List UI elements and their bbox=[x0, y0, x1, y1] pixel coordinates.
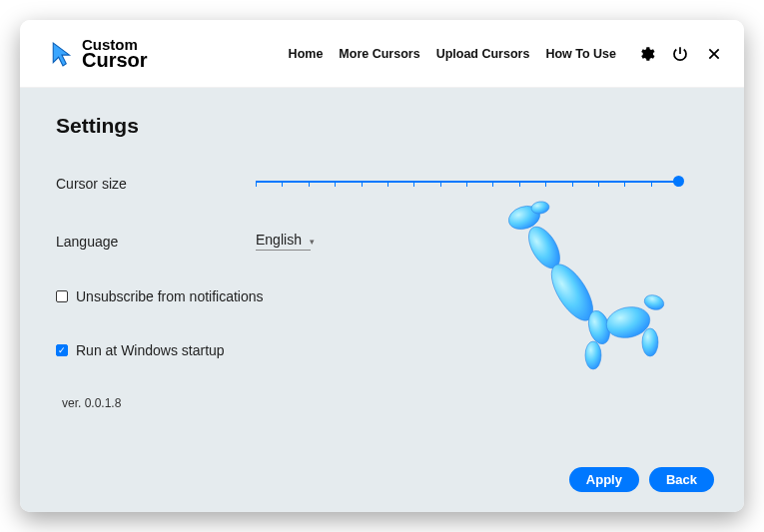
version-text: ver. 0.0.1.8 bbox=[62, 396, 708, 410]
nav-icons bbox=[636, 44, 724, 64]
logo[interactable]: Custom Cursor bbox=[50, 37, 148, 70]
power-icon[interactable] bbox=[670, 44, 690, 64]
nav-home[interactable]: Home bbox=[289, 47, 324, 61]
language-select[interactable]: English ▾ bbox=[256, 232, 311, 251]
language-value: English bbox=[256, 232, 302, 248]
language-row: Language English ▾ bbox=[56, 232, 708, 251]
nav-more-cursors[interactable]: More Cursors bbox=[339, 47, 419, 61]
page-title: Settings bbox=[56, 114, 708, 138]
cursor-size-slider[interactable] bbox=[256, 174, 708, 194]
header: Custom Cursor Home More Cursors Upload C… bbox=[20, 20, 744, 88]
nav-upload-cursors[interactable]: Upload Cursors bbox=[436, 47, 530, 61]
cursor-size-row: Cursor size bbox=[56, 174, 708, 194]
slider-handle[interactable] bbox=[673, 176, 684, 187]
cursor-arrow-icon bbox=[50, 41, 76, 67]
settings-icon[interactable] bbox=[636, 44, 656, 64]
logo-line-2: Cursor bbox=[82, 50, 148, 70]
svg-point-4 bbox=[585, 308, 613, 346]
logo-text: Custom Cursor bbox=[82, 37, 148, 70]
startup-label: Run at Windows startup bbox=[76, 342, 225, 358]
apply-button[interactable]: Apply bbox=[569, 467, 639, 492]
startup-checkbox[interactable]: ✓ bbox=[56, 344, 68, 356]
body: Settings Cursor size Language English ▾ … bbox=[20, 88, 744, 512]
unsubscribe-row: Unsubscribe from notifications bbox=[56, 288, 708, 304]
cursor-size-label: Cursor size bbox=[56, 176, 256, 192]
chevron-down-icon: ▾ bbox=[310, 237, 315, 247]
slider-ticks bbox=[256, 178, 678, 187]
unsubscribe-label: Unsubscribe from notifications bbox=[76, 288, 264, 304]
unsubscribe-checkbox[interactable] bbox=[56, 290, 68, 302]
close-icon[interactable] bbox=[704, 44, 724, 64]
svg-point-6 bbox=[603, 303, 652, 341]
startup-row: ✓ Run at Windows startup bbox=[56, 342, 708, 358]
nav-how-to-use[interactable]: How To Use bbox=[545, 47, 616, 61]
svg-point-0 bbox=[505, 203, 542, 234]
back-button[interactable]: Back bbox=[649, 467, 714, 492]
app-window: Custom Cursor Home More Cursors Upload C… bbox=[20, 20, 744, 512]
language-label: Language bbox=[56, 234, 256, 250]
nav: Home More Cursors Upload Cursors How To … bbox=[289, 44, 724, 64]
svg-point-1 bbox=[530, 201, 549, 215]
footer-buttons: Apply Back bbox=[569, 467, 714, 492]
